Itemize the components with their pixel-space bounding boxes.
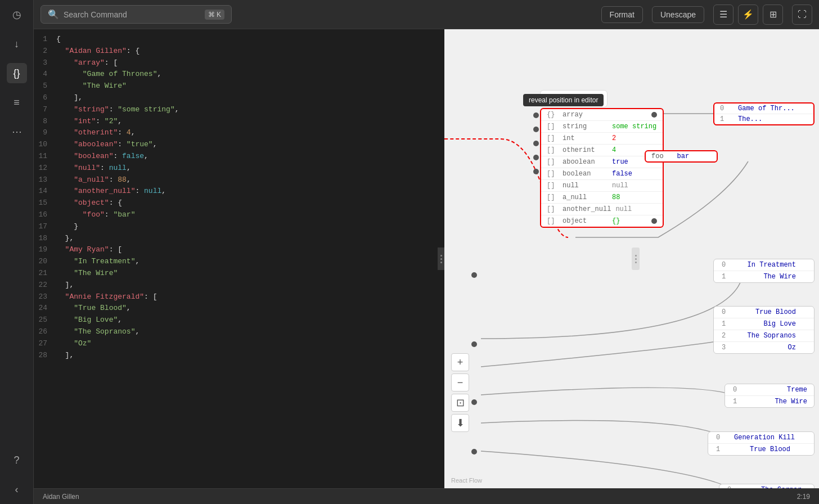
treme-panel: 0 Treme 1 The Wire xyxy=(724,384,814,408)
sidebar-icon-help[interactable]: ? xyxy=(7,450,27,470)
editor-panel[interactable]: 1 { 2 "Aidan Gillen": { 3 "array": [ 4 "… xyxy=(34,29,444,488)
flow-dot-treme xyxy=(471,399,477,405)
node-row-a-null: [] a_null 88 xyxy=(541,192,663,204)
editor-line-5: 5 "The Wire" xyxy=(34,80,444,92)
sidebar-icon-braces[interactable]: {} xyxy=(7,63,27,83)
editor-line-23: 23 "Annie Fitzgerald": [ xyxy=(34,291,444,303)
editor-line-3: 3 "array": [ xyxy=(34,57,444,69)
editor-line-9: 9 "otherint": 4, xyxy=(34,127,444,139)
editor-line-11: 11 "boolean": false, xyxy=(34,151,444,163)
gen-kill-panel: 0 Generation Kill 1 True Blood xyxy=(708,431,814,456)
flow-dot-int xyxy=(533,141,539,146)
aidan-array-card: 0 Game of Thr... 1 The... xyxy=(713,102,814,125)
zoom-controls: + − ⊡ ⬇ xyxy=(451,353,469,432)
flow-dot-aboolean xyxy=(533,169,539,174)
editor-line-27: 27 "Oz" xyxy=(34,338,444,350)
reveal-tooltip: reveal position in editor xyxy=(523,94,604,106)
editor-line-26: 26 "The Sopranos", xyxy=(34,326,444,338)
node-row-string: [] string some string xyxy=(541,121,663,133)
annie-row-3: 3 Oz xyxy=(714,342,814,353)
annie-row-2: 2 The Sopranos xyxy=(714,330,814,342)
zoom-download-button[interactable]: ⬇ xyxy=(451,414,469,432)
corner-panel: 0 The Corner xyxy=(719,484,814,488)
zoom-in-button[interactable]: + xyxy=(451,353,469,371)
sidebar-icon-list[interactable]: ≡ xyxy=(7,92,27,112)
search-bar[interactable]: 🔍 Search Command ⌘ K xyxy=(40,5,232,24)
editor-line-28: 28 ], xyxy=(34,350,444,362)
graph-resize-handle[interactable] xyxy=(632,248,640,270)
editor-line-1: 1 { xyxy=(34,34,444,46)
flow-icon-button[interactable]: ⚡ xyxy=(738,4,758,25)
zoom-out-button[interactable]: − xyxy=(451,374,469,392)
main-node-card: {} array [] string some string [] int 2 … xyxy=(540,108,664,228)
editor-line-18: 18 }, xyxy=(34,233,444,245)
amy-row-1: 1 The Wire xyxy=(714,271,814,282)
node-row-int: [] int 2 xyxy=(541,133,663,145)
annie-fitz-panel: 0 True Blood 1 Big Love 2 The Sopranos 3… xyxy=(713,306,814,354)
sidebar-icon-history[interactable]: ◷ xyxy=(7,4,27,25)
object-dot xyxy=(651,218,657,224)
flow-dot-string xyxy=(533,127,539,132)
right-card-row-0: 0 Game of Thr... xyxy=(714,104,813,114)
graph-panel[interactable]: ← ⧉ ⊟ ⊙ reveal position in editor {} arr… xyxy=(444,29,819,488)
editor-line-12: 12 "null": null, xyxy=(34,163,444,174)
content-area: 1 { 2 "Aidan Gillen": { 3 "array": [ 4 "… xyxy=(34,29,819,488)
sidebar-icon-collapse[interactable]: ‹ xyxy=(7,479,27,500)
editor-line-2: 2 "Aidan Gillen": { xyxy=(34,46,444,57)
flow-dot-otherint xyxy=(533,155,539,160)
format-button[interactable]: Format xyxy=(601,6,643,23)
status-name: Aidan Gillen xyxy=(43,493,79,501)
gk-row-1: 1 True Blood xyxy=(708,444,814,455)
right-card-row-1: 1 The... xyxy=(714,114,813,124)
foo-bar-card: foo bar xyxy=(645,150,718,163)
zoom-fit-button[interactable]: ⊡ xyxy=(451,394,469,412)
editor-line-8: 8 "int": "2", xyxy=(34,116,444,128)
amy-row-0: 0 In Treatment xyxy=(714,259,814,271)
search-icon: 🔍 xyxy=(48,9,59,20)
node-row-array: {} array xyxy=(541,109,663,121)
search-shortcut: ⌘ K xyxy=(205,10,224,20)
flow-dot-amy xyxy=(471,272,477,278)
node-row-null: [] null null xyxy=(541,180,663,192)
node-row-another-null: [] another_null null xyxy=(541,204,663,215)
editor-line-19: 19 "Amy Ryan": [ xyxy=(34,244,444,256)
gk-row-0: 0 Generation Kill xyxy=(708,432,814,444)
treme-row-1: 1 The Wire xyxy=(725,396,814,407)
editor-line-14: 14 "another_null": null, xyxy=(34,186,444,197)
amy-ryan-panel: 0 In Treatment 1 The Wire xyxy=(713,259,814,283)
flow-dot-array xyxy=(533,112,539,118)
flow-dot-annie xyxy=(471,341,477,347)
table-icon-button[interactable]: ⊞ xyxy=(763,4,783,25)
unescape-button[interactable]: Unescape xyxy=(652,6,704,23)
editor-resize-handle[interactable] xyxy=(438,248,444,270)
treme-row-0: 0 Treme xyxy=(725,384,814,396)
editor-line-16: 16 "foo": "bar" xyxy=(34,209,444,221)
sidebar-icon-share[interactable]: ⋯ xyxy=(7,122,27,142)
editor-line-22: 22 ], xyxy=(34,280,444,291)
editor-line-17: 17 } xyxy=(34,221,444,233)
corner-row-0: 0 The Corner xyxy=(719,484,814,488)
sidebar-icon-download[interactable]: ↓ xyxy=(7,34,27,54)
sidebar: ◷ ↓ {} ≡ ⋯ ? ‹ xyxy=(0,0,34,504)
editor-line-21: 21 "The Wire" xyxy=(34,268,444,280)
react-flow-label: React Flow xyxy=(451,477,482,484)
editor-line-24: 24 "True Blood", xyxy=(34,303,444,314)
editor-line-4: 4 "Game of Thrones", xyxy=(34,69,444,80)
main-area: 🔍 Search Command ⌘ K Format Unescape ☰ ⚡… xyxy=(34,0,819,504)
editor-line-13: 13 "a_null": 88, xyxy=(34,174,444,186)
annie-row-0: 0 True Blood xyxy=(714,307,814,318)
expand-icon-button[interactable]: ⛶ xyxy=(792,4,812,25)
editor-line-6: 6 ], xyxy=(34,92,444,104)
editor-line-15: 15 "object": { xyxy=(34,197,444,209)
node-row-boolean: [] boolean false xyxy=(541,168,663,180)
status-time: 2:19 xyxy=(797,493,810,501)
menu-icon-button[interactable]: ☰ xyxy=(713,4,734,25)
flow-dot-gk xyxy=(471,449,477,454)
editor-line-25: 25 "Big Love", xyxy=(34,314,444,326)
status-bar: Aidan Gillen 2:19 xyxy=(34,488,819,504)
editor-line-7: 7 "string": "some string", xyxy=(34,104,444,116)
foo-bar-row: foo bar xyxy=(646,151,717,161)
editor-line-20: 20 "In Treatment", xyxy=(34,256,444,268)
node-row-object: [] object {} xyxy=(541,215,663,227)
toolbar: 🔍 Search Command ⌘ K Format Unescape ☰ ⚡… xyxy=(34,0,819,29)
